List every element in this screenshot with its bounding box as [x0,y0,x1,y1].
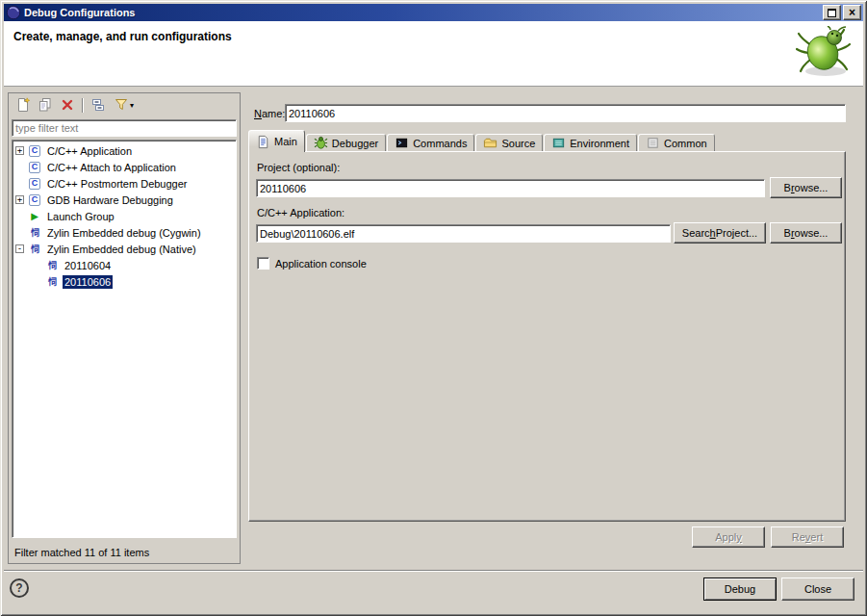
tab-debugger[interactable]: Debugger [306,134,386,151]
tree-item-label: C/C++ Postmortem Debugger [45,177,190,191]
application-console-checkbox[interactable] [257,257,269,270]
close-button[interactable]: Close [781,578,854,601]
tab-label: Common [664,138,707,149]
expander-icon[interactable] [33,277,41,286]
project-label: Project (optional): [257,162,340,173]
new-configuration-button[interactable] [13,97,33,115]
tree-item-label: Zylin Embedded debug (Cygwin) [45,226,203,240]
apply-button[interactable]: Apply [692,526,765,548]
delete-configuration-button[interactable] [58,97,77,115]
expander-icon[interactable] [15,212,24,220]
c-application-icon [27,144,42,158]
footer-separator [4,570,863,572]
close-window-button[interactable] [843,5,861,20]
zylin-config-icon [27,226,42,240]
tree-item-20110604[interactable]: 20110604 [13,257,236,273]
project-input[interactable] [256,179,765,197]
browse-application-button[interactable]: Browse... [770,222,842,244]
tree-item-cpp-attach[interactable]: C/C++ Attach to Application [13,159,236,175]
tab-bar: Main Debugger Commands Source Environmen… [248,130,716,151]
banner: Create, manage, and run configurations [4,21,863,87]
configurations-panel: + C/C++ Application C/C++ Attach to Appl… [8,92,241,564]
delete-icon [60,97,75,115]
toolbar-separator [82,98,84,113]
tab-label: Source [501,138,535,149]
collapse-all-button[interactable] [89,97,108,115]
filter-input[interactable] [12,119,237,137]
expander-icon[interactable]: + [15,146,24,155]
maximize-button[interactable] [823,5,841,20]
new-config-icon [15,97,31,115]
tree-item-20110606[interactable]: 20110606 [13,273,236,290]
tab-common[interactable]: Common [638,134,715,151]
tree-item-gdb-hardware[interactable]: + GDB Hardware Debugging [13,192,236,208]
expander-icon[interactable] [15,228,24,237]
filter-status: Filter matched 11 of 11 items [14,547,149,558]
application-input[interactable] [256,224,671,243]
tab-main[interactable]: Main [248,130,305,152]
tree-item-label: GDB Hardware Debugging [45,193,175,207]
expander-icon[interactable] [15,163,24,171]
expander-icon[interactable]: - [15,244,24,253]
filter-configurations-button[interactable] [111,97,137,115]
duplicate-icon [38,97,53,115]
tree-item-label: Launch Group [45,210,116,223]
tree-item-label: C/C++ Application [45,144,134,158]
tree-item-label: C/C++ Attach to Application [45,161,178,174]
tab-label: Commands [413,138,467,149]
duplicate-configuration-button[interactable] [36,97,55,115]
c-application-icon [27,177,42,191]
common-icon [646,136,660,150]
tab-commands[interactable]: Commands [387,134,474,151]
title-bar: Debug Configurations [4,4,863,21]
c-application-icon [27,161,42,174]
tab-label: Main [274,136,297,147]
debug-configurations-window: Debug Configurations Create, manage, and… [0,0,867,616]
expander-icon[interactable]: + [15,195,24,204]
name-label: Name: [254,108,285,119]
tree-item-label: 20110606 [63,275,113,289]
expander-icon[interactable] [33,261,41,270]
tab-label: Environment [570,138,629,149]
tab-source[interactable]: Source [475,134,543,151]
tree-item-launch-group[interactable]: Launch Group [13,208,236,224]
browse-project-button[interactable]: Browse... [770,177,842,198]
revert-button[interactable]: Revert [771,526,844,548]
tree-item-label: Zylin Embedded debug (Native) [45,243,198,256]
tree-item-cpp-application[interactable]: + C/C++ Application [13,142,236,159]
application-console-label[interactable]: Application console [275,258,367,270]
help-button[interactable] [10,578,29,598]
close-icon [849,7,855,18]
zylin-config-icon [44,259,60,272]
filter-icon [114,97,129,115]
launch-toolbar [11,94,238,116]
tree-item-zylin-cygwin[interactable]: Zylin Embedded debug (Cygwin) [13,224,236,241]
window-icon [828,9,836,17]
dropdown-arrow-icon [130,102,134,110]
tree-item-zylin-native[interactable]: - Zylin Embedded debug (Native) [13,241,236,257]
environment-icon [551,136,566,150]
tree-item-cpp-postmortem[interactable]: C/C++ Postmortem Debugger [13,175,236,192]
eclipse-dialog-icon [6,5,21,20]
collapse-all-icon [90,97,106,115]
application-label: C/C++ Application: [257,207,344,218]
debug-bug-icon [796,26,852,78]
source-folder-icon [483,136,497,150]
gdb-hardware-icon [27,193,42,207]
zylin-config-icon [44,275,60,289]
debug-button[interactable]: Debug [703,578,777,601]
banner-title: Create, manage, and run configurations [13,30,232,43]
tree-item-label: 20110604 [63,259,113,272]
document-icon [256,135,270,149]
launch-group-icon [27,210,42,223]
bug-icon [314,136,328,150]
window-title: Debug Configurations [24,7,821,18]
tab-label: Debugger [332,138,378,149]
name-input[interactable] [285,104,846,122]
zylin-config-icon [27,243,42,256]
expander-icon[interactable] [15,179,24,188]
tab-environment[interactable]: Environment [544,134,637,151]
search-project-button[interactable]: Search Project... [674,222,766,244]
configurations-tree: + C/C++ Application C/C++ Attach to Appl… [12,140,237,538]
console-icon [395,136,409,150]
